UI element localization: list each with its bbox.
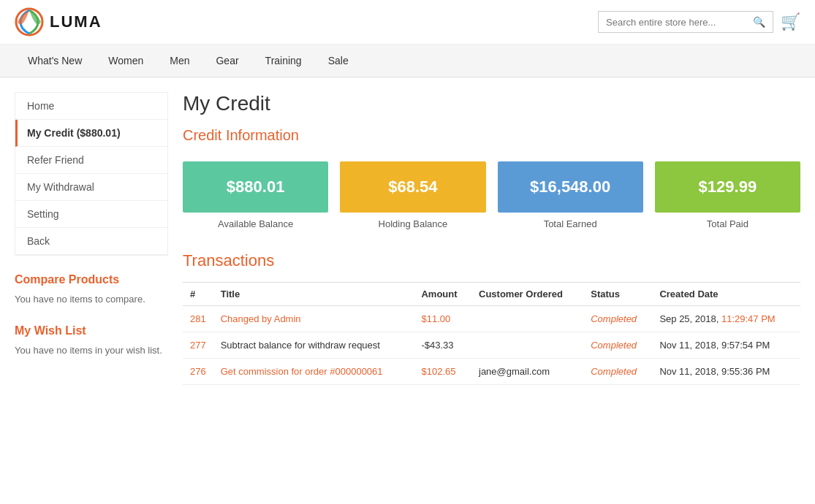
sidebar-item-back: Back — [15, 228, 167, 255]
wish-list-text: You have no items in your wish list. — [15, 343, 168, 358]
transaction-title: Changed by Admin — [213, 306, 414, 332]
sidebar-item-home: Home — [15, 93, 167, 120]
content-area: My Credit Credit Information $880.01 Ava… — [183, 92, 800, 385]
transaction-status: Completed — [583, 306, 652, 332]
transaction-customer: jane@gmail.com — [471, 359, 583, 385]
transaction-amount: $102.65 — [414, 359, 471, 385]
search-icon[interactable]: 🔍 — [753, 16, 765, 28]
transactions-thead: # Title Amount Customer Ordered Status C… — [183, 283, 800, 306]
sidebar: Home My Credit ($880.01) Refer Friend My… — [15, 92, 168, 385]
nav-item-men[interactable]: Men — [156, 45, 202, 77]
nav-item-sale[interactable]: Sale — [315, 45, 362, 77]
holding-balance-amount: $68.54 — [340, 161, 485, 213]
table-row: 276 Get commission for order #000000061 … — [183, 359, 800, 385]
total-earned-label: Total Earned — [498, 218, 643, 229]
total-paid-label: Total Paid — [655, 218, 800, 229]
nav-item-gear[interactable]: Gear — [202, 45, 251, 77]
sidebar-item-my-credit: My Credit ($880.01) — [15, 120, 167, 147]
sidebar-link-my-credit[interactable]: My Credit ($880.01) — [15, 120, 167, 147]
col-header-customer: Customer Ordered — [471, 283, 583, 306]
transaction-id: 277 — [183, 332, 213, 359]
sidebar-link-home[interactable]: Home — [15, 93, 167, 120]
page-title: My Credit — [183, 92, 800, 115]
transaction-customer — [471, 306, 583, 332]
header: LUMA 🔍 🛒 — [0, 0, 815, 45]
transaction-title-link[interactable]: Get commission for order #000000061 — [221, 366, 383, 377]
logo-icon — [15, 7, 44, 37]
transaction-date: Sep 25, 2018, 11:29:47 PM — [652, 306, 800, 332]
transaction-title: Get commission for order #000000061 — [213, 359, 414, 385]
transaction-id: 276 — [183, 359, 213, 385]
nav: What's New Women Men Gear Training Sale — [0, 45, 815, 77]
col-header-title: Title — [213, 283, 414, 306]
credit-cards: $880.01 Available Balance $68.54 Holding… — [183, 161, 800, 229]
wish-list-title: My Wish List — [15, 324, 168, 337]
transaction-date: Nov 11, 2018, 9:57:54 PM — [652, 332, 800, 359]
total-earned-card: $16,548.00 Total Earned — [498, 161, 643, 229]
compare-products-text: You have no items to compare. — [15, 292, 168, 307]
holding-balance-label: Holding Balance — [340, 218, 485, 229]
cart-icon[interactable]: 🛒 — [781, 12, 800, 31]
nav-item-whats-new[interactable]: What's New — [15, 45, 95, 77]
table-row: 281 Changed by Admin $11.00 Completed Se… — [183, 306, 800, 332]
col-header-id: # — [183, 283, 213, 306]
total-paid-card: $129.99 Total Paid — [655, 161, 800, 229]
transaction-amount: -$43.33 — [414, 332, 471, 359]
transaction-status: Completed — [583, 332, 652, 359]
transaction-status: Completed — [583, 359, 652, 385]
transactions-tbody: 281 Changed by Admin $11.00 Completed Se… — [183, 306, 800, 385]
transaction-amount: $11.00 — [414, 306, 471, 332]
logo-text: LUMA — [50, 12, 102, 31]
holding-balance-card: $68.54 Holding Balance — [340, 161, 485, 229]
transaction-customer — [471, 332, 583, 359]
compare-products-title: Compare Products — [15, 273, 168, 286]
sidebar-link-setting[interactable]: Setting — [15, 201, 167, 228]
transaction-title-link[interactable]: Changed by Admin — [221, 313, 301, 324]
total-paid-amount: $129.99 — [655, 161, 800, 213]
transactions-table: # Title Amount Customer Ordered Status C… — [183, 282, 800, 385]
credit-info-title: Credit Information — [183, 127, 800, 147]
search-box: 🔍 — [598, 11, 773, 33]
available-balance-amount: $880.01 — [183, 161, 328, 213]
transactions-title: Transactions — [183, 251, 800, 270]
sidebar-link-my-withdrawal[interactable]: My Withdrawal — [15, 174, 167, 201]
total-earned-amount: $16,548.00 — [498, 161, 643, 213]
sidebar-item-my-withdrawal: My Withdrawal — [15, 174, 167, 201]
col-header-amount: Amount — [414, 283, 471, 306]
main-container: Home My Credit ($880.01) Refer Friend My… — [0, 77, 815, 400]
sidebar-item-refer-friend: Refer Friend — [15, 147, 167, 174]
wish-list-section: My Wish List You have no items in your w… — [15, 324, 168, 358]
nav-item-training[interactable]: Training — [252, 45, 315, 77]
compare-products-section: Compare Products You have no items to co… — [15, 273, 168, 307]
available-balance-label: Available Balance — [183, 218, 328, 229]
col-header-status: Status — [583, 283, 652, 306]
col-header-date: Created Date — [652, 283, 800, 306]
search-input[interactable] — [606, 17, 753, 28]
logo-area: LUMA — [15, 7, 102, 37]
nav-item-women[interactable]: Women — [95, 45, 156, 77]
sidebar-link-back[interactable]: Back — [15, 228, 167, 255]
sidebar-link-refer-friend[interactable]: Refer Friend — [15, 147, 167, 174]
transaction-date: Nov 11, 2018, 9:55:36 PM — [652, 359, 800, 385]
transaction-time: 11:29:47 PM — [721, 313, 776, 324]
transaction-id: 281 — [183, 306, 213, 332]
sidebar-item-setting: Setting — [15, 201, 167, 228]
transaction-title: Subtract balance for withdraw request — [213, 332, 414, 359]
sidebar-menu: Home My Credit ($880.01) Refer Friend My… — [15, 92, 168, 256]
table-row: 277 Subtract balance for withdraw reques… — [183, 332, 800, 359]
header-right: 🔍 🛒 — [598, 11, 800, 33]
available-balance-card: $880.01 Available Balance — [183, 161, 328, 229]
